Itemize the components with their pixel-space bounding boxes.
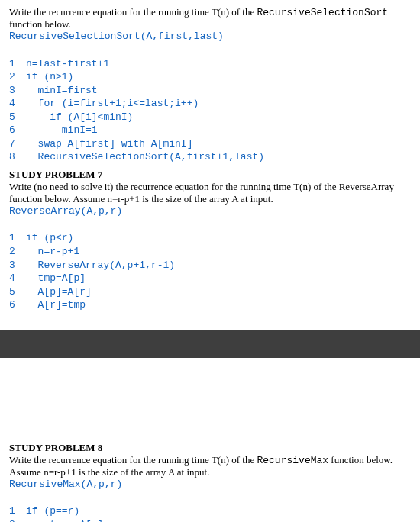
problem-6-code: 1n=last-first+1 2if (n>1) 3 minI=first 4… [9,44,411,164]
code-line: for (i=first+1;i<=last;i++) [26,98,199,109]
code-line: A[p]=A[r] [26,286,92,298]
problem-8-signature: RecursiveMax(A,p,r) [9,478,411,490]
text: function below. [9,18,71,30]
problem-8-code: 1if (p==r) 2 return A[p] 3elseif (p<r) 4… [9,491,411,522]
code-line: if (n>1) [26,71,73,82]
problem-7-intro: Write (no need to solve it) the recurren… [9,181,411,205]
problem-6-intro: Write the recurrence equation for the ru… [9,6,411,31]
code-line: if (p<r) [26,232,73,243]
code-line: n=r-p+1 [26,246,79,257]
problem-7-signature: ReverseArray(A,p,r) [9,205,411,217]
inline-code: RecursiveSelectionSort [257,7,388,18]
code-line: ReverseArray(A,p+1,r-1) [26,259,175,271]
problem-8-title: STUDY PROBLEM 8 [9,442,411,454]
code-line: swap A[first] with A[minI] [26,138,192,150]
code-line: minI=first [26,85,98,96]
inline-code: RecursiveMax [257,455,328,466]
text: Write the recurrence equation for the ru… [9,6,257,18]
problem-6-signature: RecursiveSelectionSort(A,first,last) [9,31,411,42]
code-line: if (A[i]<minI) [26,111,133,123]
code-line: minI=i [26,124,98,136]
code-line: tmp=A[p] [26,272,86,284]
code-line: if (p==r) [26,505,79,517]
problem-7-code: 1if (p<r) 2 n=r-p+1 3 ReverseArray(A,p+1… [9,218,411,312]
code-line: RecursiveSelectionSort(A,first+1,last) [26,151,264,163]
text: Write the recurrence equation for the ru… [9,454,257,466]
page-separator [0,330,420,358]
problem-7-title: STUDY PROBLEM 7 [9,169,411,181]
code-line: n=last-first+1 [26,58,109,69]
code-line: return A[p] [26,519,103,522]
code-line: A[r]=tmp [26,299,86,311]
problem-8-intro: Write the recurrence equation for the ru… [9,454,411,478]
